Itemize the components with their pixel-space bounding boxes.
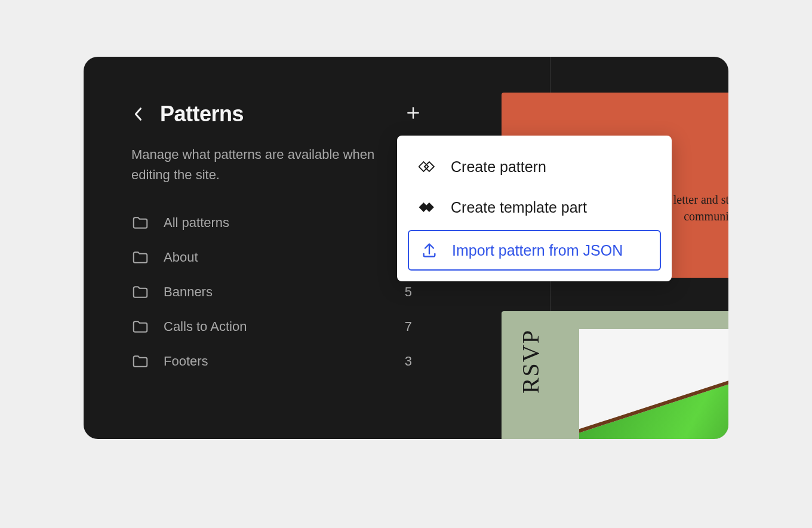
sidebar-item-all-patterns[interactable]: All patterns <box>131 214 418 232</box>
chevron-left-icon <box>134 107 143 121</box>
page-title: Patterns <box>160 102 244 127</box>
menu-item-create-pattern[interactable]: Create pattern <box>397 146 672 187</box>
sidebar-description: Manage what patterns are available when … <box>131 145 388 185</box>
add-pattern-button[interactable] <box>404 103 423 122</box>
nav-item-label: All patterns <box>164 215 398 231</box>
sidebar-item-footers[interactable]: Footers 3 <box>131 352 418 370</box>
nav-item-label: About <box>164 250 398 265</box>
diamond-filled-icon <box>419 198 438 217</box>
diamond-outline-icon <box>419 157 438 176</box>
preview-text-line: community. <box>673 208 728 225</box>
menu-item-label: Create pattern <box>451 158 546 176</box>
folder-icon <box>131 283 149 301</box>
svg-rect-2 <box>419 162 428 171</box>
rsvp-label: RSVP <box>516 329 545 394</box>
preview-card-green[interactable]: RSVP <box>502 311 728 439</box>
folder-icon <box>131 352 149 370</box>
upload-icon <box>420 241 439 260</box>
preview-image-placeholder <box>579 329 728 439</box>
folder-icon <box>131 318 149 336</box>
back-button[interactable] <box>131 107 146 121</box>
nav-item-count: 3 <box>405 354 418 369</box>
nav-item-label: Footers <box>164 354 390 369</box>
nav-list: All patterns About Banners 5 Calls to Ac… <box>131 214 418 370</box>
sidebar-item-banners[interactable]: Banners 5 <box>131 283 418 301</box>
svg-rect-3 <box>425 162 434 171</box>
folder-icon <box>131 214 149 232</box>
sidebar-header: Patterns <box>131 102 418 127</box>
menu-item-label: Create template part <box>451 199 587 216</box>
preview-text-line: letter and stay <box>673 191 728 208</box>
menu-item-create-template-part[interactable]: Create template part <box>397 187 672 228</box>
nav-item-label: Banners <box>164 284 390 300</box>
sidebar-item-calls-to-action[interactable]: Calls to Action 7 <box>131 318 418 336</box>
nav-item-label: Calls to Action <box>164 319 390 334</box>
plus-icon <box>405 105 421 121</box>
menu-item-import-json[interactable]: Import pattern from JSON <box>408 230 661 271</box>
svg-rect-5 <box>425 202 434 212</box>
sidebar-item-about[interactable]: About <box>131 248 418 266</box>
nav-item-count: 7 <box>405 319 418 334</box>
folder-icon <box>131 248 149 266</box>
add-dropdown-menu: Create pattern Create template part Impo… <box>397 136 672 281</box>
nav-item-count: 5 <box>405 284 418 300</box>
preview-diagonal-graphic <box>579 367 728 439</box>
menu-item-label: Import pattern from JSON <box>452 242 623 259</box>
preview-orange-text: letter and stay community. <box>673 191 728 225</box>
